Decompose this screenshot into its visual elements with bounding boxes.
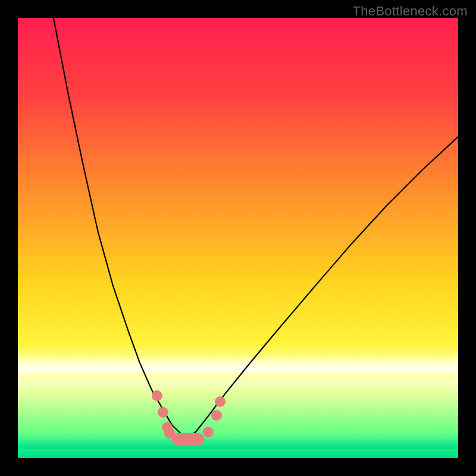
watermark-text: TheBottleneck.com xyxy=(353,4,468,19)
curve-right-branch xyxy=(187,137,458,439)
plot-area xyxy=(18,18,458,458)
curve-left-branch xyxy=(54,18,187,439)
data-marker xyxy=(172,433,205,445)
curve-layer xyxy=(18,18,458,458)
data-marker xyxy=(152,390,162,401)
data-marker xyxy=(215,396,226,407)
chart-frame: TheBottleneck.com xyxy=(0,0,476,476)
data-marker xyxy=(203,427,214,437)
data-marker xyxy=(158,407,168,418)
data-marker xyxy=(211,410,222,421)
